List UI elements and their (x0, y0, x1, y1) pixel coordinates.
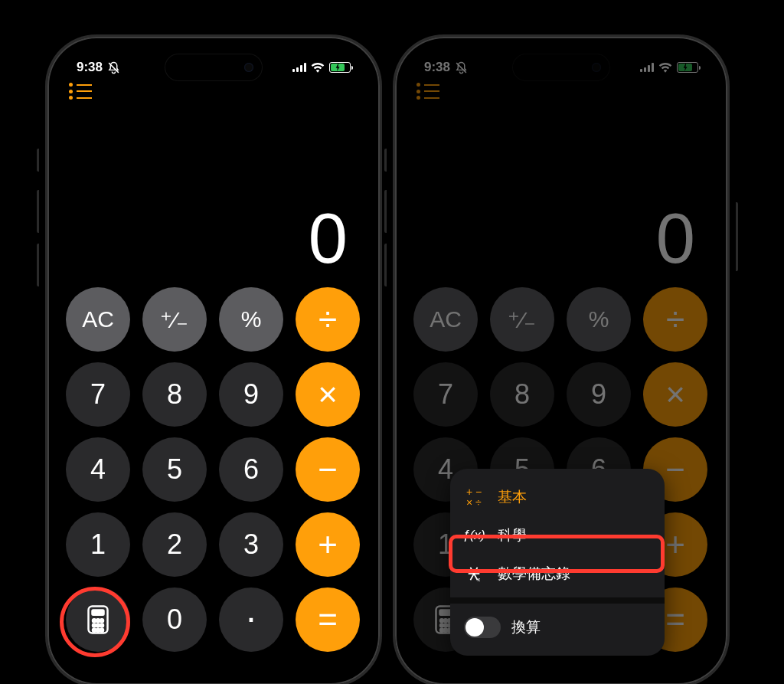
svg-point-9 (93, 629, 96, 632)
multiply-button[interactable]: × (296, 362, 360, 427)
history-icon[interactable] (69, 83, 92, 100)
key-3[interactable]: 3 (219, 512, 283, 577)
sign-button[interactable]: ⁺∕₋ (142, 287, 207, 352)
svg-point-4 (96, 619, 100, 622)
keypad: AC ⁺∕₋ % ÷ 7 8 9 × 4 5 6 − 1 2 3 + (55, 287, 372, 677)
percent-button[interactable]: % (219, 287, 283, 352)
convert-toggle[interactable] (464, 617, 501, 638)
key-0[interactable]: 0 (142, 587, 207, 652)
mode-basic-label: 基本 (498, 487, 527, 507)
function-icon: ƒ(x) (464, 528, 484, 543)
ac-button[interactable]: AC (66, 287, 130, 352)
minus-button[interactable]: − (296, 437, 360, 502)
mathnotes-icon: x (464, 565, 484, 582)
calculator-display: 0 (55, 100, 372, 287)
mode-basic[interactable]: + −× ÷ 基本 (450, 478, 665, 516)
svg-point-10 (96, 629, 100, 632)
key-9[interactable]: 9 (219, 362, 283, 427)
svg-point-5 (100, 619, 103, 622)
key-6[interactable]: 6 (219, 437, 283, 502)
iphone-left: 9:38 0 AC ⁺∕₋ % (47, 37, 380, 684)
key-7[interactable]: 7 (66, 362, 130, 427)
basic-mode-icon: + −× ÷ (464, 486, 484, 508)
svg-point-3 (93, 619, 96, 622)
iphone-right: 9:38 0 AC ⁺∕₋ % (395, 37, 727, 684)
convert-label: 換算 (511, 617, 541, 637)
calculator-icon (87, 605, 109, 634)
svg-point-6 (93, 624, 96, 627)
mode-mathnotes-label: 數學備忘錄 (498, 564, 570, 584)
key-1[interactable]: 1 (66, 512, 130, 577)
key-8[interactable]: 8 (142, 362, 207, 427)
mode-button[interactable] (66, 587, 130, 652)
key-5[interactable]: 5 (142, 437, 207, 502)
plus-button[interactable]: + (296, 512, 360, 577)
equals-button[interactable]: = (296, 587, 360, 652)
svg-point-8 (100, 624, 103, 627)
svg-text:x: x (478, 576, 481, 582)
svg-point-7 (96, 624, 100, 627)
mode-mathnotes[interactable]: x 數學備忘錄 (450, 555, 665, 593)
mode-popover: + −× ÷ 基本 ƒ(x) 科學 x 數學備忘錄 (450, 469, 665, 656)
divide-button[interactable]: ÷ (296, 287, 360, 352)
key-4[interactable]: 4 (66, 437, 130, 502)
separator (450, 597, 665, 604)
svg-point-11 (100, 629, 103, 632)
decimal-button[interactable]: . (219, 587, 283, 652)
svg-rect-2 (93, 610, 104, 615)
convert-row[interactable]: 換算 (450, 608, 665, 646)
key-2[interactable]: 2 (142, 512, 207, 577)
mode-scientific-label: 科學 (498, 525, 527, 545)
mode-scientific[interactable]: ƒ(x) 科學 (450, 516, 665, 555)
display-value: 0 (309, 203, 348, 273)
